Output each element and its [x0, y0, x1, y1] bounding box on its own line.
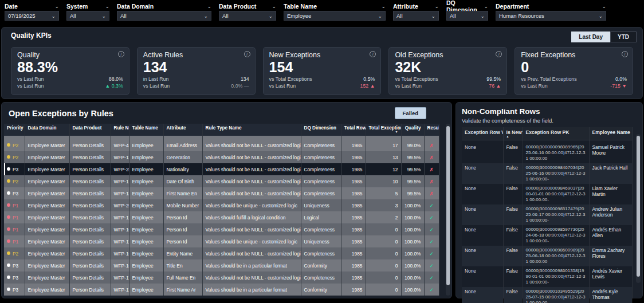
chevron-down-icon[interactable]: ⌄ [434, 4, 439, 9]
cell-total-rows: 1985 [341, 247, 366, 259]
filter-date: Date⌄07/19/2025⌄ [5, 2, 59, 24]
cell-priority: P1 [4, 211, 25, 223]
filter-dq-dimension-dropdown[interactable]: All⌄ [446, 11, 488, 21]
column-header-data-domain[interactable]: Data Domain [25, 124, 69, 136]
toggle-ytd[interactable]: YTD [610, 32, 637, 42]
filter-date-dropdown[interactable]: 07/19/2025⌄ [5, 11, 59, 21]
chevron-down-icon[interactable]: ⌄ [272, 4, 276, 9]
priority-label: P3 [13, 191, 18, 196]
cell-priority: P3 [4, 284, 25, 296]
exception-row[interactable]: NoneFalse00000|300000098597730|2024-06-1… [462, 225, 632, 246]
right-table-scrollbar-thumb[interactable] [637, 136, 640, 277]
filter-data-product-dropdown[interactable]: All⌄ [219, 11, 276, 21]
cell-is-new: False [503, 184, 523, 204]
exception-row[interactable]: NoneFalse00000|300000098600989|2025-06-1… [462, 246, 632, 266]
cell-rule-type-name: Values should not be NULL - customized l… [202, 271, 301, 284]
column-header-quality[interactable]: Quality [401, 124, 424, 136]
cell-table-name: Employee [129, 284, 163, 296]
column-header-rule-nr[interactable]: Rule Nr [111, 124, 129, 136]
column-header-is-new[interactable]: Is New?▲ [503, 127, 523, 140]
info-icon[interactable]: i [622, 51, 628, 57]
fail-x-icon: ✗ [424, 151, 439, 163]
column-header-data-product[interactable]: Data Product [69, 124, 111, 136]
column-header-employee-name[interactable]: Employee Name [589, 127, 632, 140]
cell-priority: P3 [4, 271, 25, 284]
kpi-detail-value: 0.0% — [231, 83, 249, 90]
exception-row[interactable]: NoneFalse00000|300000098089965|2025-06-1… [462, 143, 632, 163]
cell-rule-type-name: Values should fulfill a logical conditio… [202, 211, 301, 223]
filter-value: All [120, 13, 127, 19]
failed-filter-button[interactable]: Failed [395, 107, 426, 119]
rule-row[interactable]: P3Employee MasterPerson DetailsWFP-17Emp… [4, 271, 439, 284]
left-table-scrollbar-thumb[interactable] [446, 126, 450, 285]
filter-value: Human Resources [499, 13, 544, 19]
cell-rule-type-name: Values should not be NULL - customized l… [202, 247, 301, 259]
column-header-total-rows[interactable]: Total Rows [341, 124, 366, 136]
filter-bar: Date⌄07/19/2025⌄System⌄All⌄Data Domain⌄A… [0, 0, 644, 24]
column-header-attribute[interactable]: Attribute [163, 124, 202, 136]
rule-row[interactable]: P2Employee MasterPerson DetailsWFP-125Em… [4, 151, 439, 163]
fail-x-icon: ✗ [424, 163, 439, 175]
rule-row[interactable]: P2Employee MasterPerson DetailsWFP-166Em… [4, 247, 439, 259]
rule-row[interactable]: P2Employee MasterPerson DetailsWFP-4Empl… [4, 139, 439, 151]
column-header-table-name[interactable]: Table Name [129, 124, 163, 136]
column-header-rule-type-name[interactable]: Rule Type Name [202, 124, 301, 136]
column-header-total-exceptions[interactable]: Total Exceptions▼ [366, 124, 401, 136]
exception-row[interactable]: NoneFalse00000|300000103495529|2025-07-1… [462, 287, 632, 303]
column-header-priority[interactable]: Priority [4, 124, 25, 136]
info-icon[interactable]: i [496, 51, 502, 57]
filter-data-domain-dropdown[interactable]: All⌄ [117, 11, 211, 21]
rule-row[interactable]: P3Employee MasterPerson DetailsWFP-170Em… [4, 284, 439, 296]
rule-row[interactable]: P1Employee MasterPerson DetailsWFP-26Emp… [4, 199, 439, 211]
rule-row[interactable]: P3Employee MasterPerson DetailsWFP-138Em… [4, 187, 439, 199]
filter-system-dropdown[interactable]: All⌄ [66, 11, 109, 21]
info-icon[interactable]: i [244, 51, 250, 57]
chevron-down-icon[interactable]: ⌄ [602, 4, 606, 9]
kpi-detail-row: in Last Run134 [143, 76, 249, 83]
filter-table-name-dropdown[interactable]: Employee⌄ [284, 11, 386, 21]
exception-row[interactable]: NoneFalse00000|300000098467034|2025-06-1… [462, 163, 632, 184]
cell-data-product: Person Details [69, 175, 111, 187]
column-header-exception-row-value[interactable]: Exception Row Value [462, 127, 503, 140]
chevron-down-icon[interactable]: ⌄ [105, 4, 109, 9]
rule-row[interactable]: P3Employee MasterPerson DetailsWFP-168Em… [4, 259, 439, 271]
cell-table-name: Employee [129, 235, 163, 247]
column-header-exception-row-pk[interactable]: Exception Row PK [523, 127, 589, 140]
cell-total-exceptions: 0 [366, 223, 401, 235]
cell-rule-nr: WFP-26 [111, 199, 129, 211]
p2-priority-icon [7, 143, 10, 147]
toggle-last-day[interactable]: Last Day [571, 32, 610, 42]
right-table-scrollbar[interactable] [636, 134, 641, 283]
filter-department-dropdown[interactable]: Human Resources⌄ [496, 11, 606, 21]
kpi-detail-value: 99.5% [486, 76, 501, 83]
rule-row[interactable]: P3Employee MasterPerson DetailsWFP-28Emp… [4, 163, 439, 175]
cell-data-product: Person Details [69, 284, 111, 296]
filter-attribute-dropdown[interactable]: All⌄ [393, 11, 439, 21]
filter-label-row: Table Name⌄ [284, 2, 386, 10]
kpi-detail-value: 134 [241, 76, 249, 83]
cell-rule-type-name: Values should not be NULL - customized l… [202, 163, 301, 175]
chevron-down-icon[interactable]: ⌄ [484, 4, 488, 9]
exception-row[interactable]: NoneFalse00000|300000098469037|2000-01-0… [462, 184, 632, 204]
exception-row[interactable]: NoneFalse00000|300000098601358|1990-01-0… [462, 266, 632, 287]
left-table-scrollbar[interactable] [446, 124, 450, 296]
cell-quality: 99.5% [401, 187, 424, 199]
pass-check-icon: ✓ [424, 235, 439, 247]
chevron-down-icon[interactable]: ⌄ [54, 4, 59, 9]
rule-row[interactable]: P1Employee MasterPerson DetailsWFP-10Emp… [4, 223, 439, 235]
column-header-result[interactable]: Result [424, 124, 439, 136]
info-icon[interactable]: i [118, 51, 124, 57]
exception-row[interactable]: NoneFalse00000|300000098517479|2025-06-1… [462, 204, 632, 225]
chevron-down-icon[interactable]: ⌄ [207, 4, 211, 9]
rule-row[interactable]: P1Employee MasterPerson DetailsWFP-11Emp… [4, 235, 439, 247]
rule-row[interactable]: P2Employee MasterPerson DetailsWFP-1Empl… [4, 175, 439, 187]
cell-employee-name: Andrés Ethan Allen [589, 225, 632, 246]
column-header-dq-dimension[interactable]: DQ Dimension [301, 124, 341, 136]
kpi-detail-value: 152 ▲ [360, 83, 375, 90]
cell-table-name: Employee [129, 223, 163, 235]
cell-dq-dimension: Completeness [301, 187, 341, 199]
cell-exception-row-value: None [462, 163, 503, 184]
info-icon[interactable]: i [370, 51, 376, 57]
chevron-down-icon[interactable]: ⌄ [381, 4, 386, 9]
rule-row[interactable]: P1Employee MasterPerson DetailsWFP-12Emp… [4, 211, 439, 223]
